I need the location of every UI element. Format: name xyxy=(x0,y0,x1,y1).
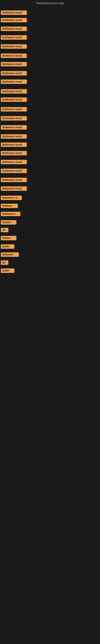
list-item: Bottleneck result xyxy=(1,151,27,156)
list-item: Bottleneck result xyxy=(1,160,27,165)
bottleneck-badge: Bottlenec xyxy=(1,252,19,257)
list-item: Bottlenec xyxy=(1,252,19,258)
list-item: Bottleneck re xyxy=(1,196,22,201)
bottleneck-badge: Bottleneck result xyxy=(1,10,27,15)
list-item: Bottleneck result xyxy=(1,71,27,76)
bottleneck-badge: Bottleneck result xyxy=(1,142,27,147)
bottleneck-badge: Bottlen xyxy=(1,220,16,224)
list-item: Bottleneck r xyxy=(1,212,20,217)
site-title: TheBottlenecker.com xyxy=(0,0,100,6)
bottleneck-badge: Bottlene xyxy=(1,204,18,208)
bottleneck-badge: Bottleneck result xyxy=(1,26,27,31)
bottleneck-badge: Bottleneck result xyxy=(1,160,27,164)
bottleneck-badge: Bottleneck result xyxy=(1,98,27,102)
list-item: Bottleneck result xyxy=(1,116,27,121)
bottleneck-badge: Bottleneck result xyxy=(1,54,27,58)
bottleneck-badge: Bottleneck result xyxy=(1,44,27,49)
list-item: Bottleneck result xyxy=(1,178,27,183)
list-item: Bottleneck result xyxy=(1,89,27,94)
bottleneck-badge: Bottleneck result xyxy=(1,89,27,94)
bottleneck-badge: Bottleneck result xyxy=(1,62,27,66)
list-item: Bottleneck result xyxy=(1,18,27,23)
list-item: Bottlen xyxy=(1,220,16,226)
list-item: Bottleneck result xyxy=(1,80,27,85)
bottleneck-badge: Bottleneck result xyxy=(1,178,27,182)
bottleneck-badge: Bo xyxy=(1,260,8,265)
list-item: Bottlene xyxy=(1,204,18,209)
list-item: Bottleneck result xyxy=(1,107,27,112)
bottleneck-badge: Bottleneck result xyxy=(1,186,27,191)
bottleneck-badge: Bottleneck result xyxy=(1,169,27,173)
bottleneck-badge: Bottleneck result xyxy=(1,107,27,112)
list-item: Bottleneck result xyxy=(1,169,27,174)
bottleneck-badge: Bo xyxy=(1,228,8,232)
list-item: Bottleneck result xyxy=(1,54,27,59)
bottleneck-badge: Bottleneck result xyxy=(1,125,27,130)
list-item: Bottleneck result xyxy=(1,186,27,192)
bottleneck-badge: Bottleneck result xyxy=(1,151,27,155)
list-item: Bottleneck result xyxy=(1,10,27,16)
bottleneck-badge: Bottleneck result xyxy=(1,134,27,139)
list-item: Bottleneck result xyxy=(1,98,27,103)
bottleneck-badge: Bottleneck result xyxy=(1,71,27,76)
list-item: Bottleneck result xyxy=(1,125,27,130)
bottleneck-badge: Bottleneck r xyxy=(1,212,20,216)
list-item: Bo xyxy=(1,228,8,233)
list-item: Bottleneck result xyxy=(1,142,27,148)
bottleneck-badge: Bottlen xyxy=(1,236,16,240)
bottleneck-badge: Bottleneck result xyxy=(1,18,27,22)
bottleneck-badge: Bottleneck re xyxy=(1,196,22,200)
bottleneck-badge: Bottle xyxy=(1,268,14,273)
list-item: Bottle xyxy=(1,268,14,274)
bottleneck-badge: Bottleneck result xyxy=(1,80,27,84)
list-item: Bottlen xyxy=(1,236,16,241)
list-item: Bottleneck result xyxy=(1,26,27,32)
list-item: Bottleneck result xyxy=(1,35,27,40)
list-item: Bottleneck result xyxy=(1,134,27,140)
bottleneck-badge: Bottle xyxy=(1,244,14,249)
bottleneck-badge: Bottleneck result xyxy=(1,35,27,40)
list-item: Bottleneck result xyxy=(1,62,27,67)
list-item: Bo xyxy=(1,260,8,266)
list-item: Bottleneck result xyxy=(1,44,27,50)
bottleneck-badge: Bottleneck result xyxy=(1,116,27,120)
site-title-container: TheBottlenecker.com xyxy=(0,0,100,6)
list-item: Bottle xyxy=(1,244,14,250)
